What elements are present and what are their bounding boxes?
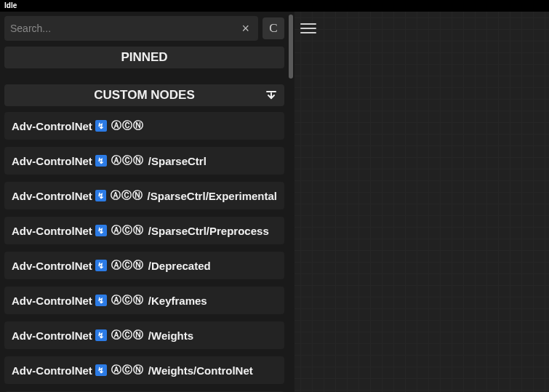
acn-tag: ⒶⒸⓃ xyxy=(111,364,144,377)
node-item-prefix: Adv-ControlNet xyxy=(12,260,92,272)
window-title: Idle xyxy=(4,1,17,9)
runner-icon: ↯ xyxy=(95,190,106,201)
search-box[interactable]: × xyxy=(4,16,258,41)
acn-tag: ⒶⒸⓃ xyxy=(111,189,143,202)
node-item[interactable]: Adv-ControlNet ↯ ⒶⒸⓃ/Weights xyxy=(4,321,284,349)
node-item-suffix: /Weights/ControlNet xyxy=(148,364,253,377)
node-item[interactable]: Adv-ControlNet ↯ ⒶⒸⓃ/Keyframes xyxy=(4,287,284,314)
node-item-prefix: Adv-ControlNet xyxy=(12,364,92,377)
node-item[interactable]: Adv-ControlNet ↯ ⒶⒸⓃ/SparseCtrl xyxy=(4,147,284,175)
node-item-suffix: /SparseCtrl/Preprocess xyxy=(148,225,269,237)
node-item-prefix: Adv-ControlNet xyxy=(12,190,92,202)
hamburger-menu-icon[interactable] xyxy=(300,20,316,36)
c-button-label: C xyxy=(269,21,277,36)
collapse-icon[interactable] xyxy=(265,89,277,101)
node-item-prefix: Adv-ControlNet xyxy=(12,120,92,132)
acn-tag: ⒶⒸⓃ xyxy=(111,329,144,342)
node-item[interactable]: Adv-ControlNet ↯ ⒶⒸⓃ/Deprecated xyxy=(4,252,284,279)
c-button[interactable]: C xyxy=(263,17,284,39)
node-item-suffix: /SparseCtrl xyxy=(148,155,207,167)
canvas[interactable] xyxy=(294,12,549,392)
panel-resize-handle[interactable] xyxy=(287,12,294,392)
node-item-prefix: Adv-ControlNet xyxy=(12,155,92,167)
runner-icon: ↯ xyxy=(95,225,107,236)
custom-nodes-header-label: CUSTOM NODES xyxy=(94,88,195,103)
node-item-prefix: Adv-ControlNet xyxy=(12,329,92,342)
search-input[interactable] xyxy=(10,23,239,34)
acn-tag: ⒶⒸⓃ xyxy=(111,224,144,237)
runner-icon: ↯ xyxy=(95,120,107,132)
node-item[interactable]: Adv-ControlNet ↯ ⒶⒸⓃ/Weights/ControlNet xyxy=(4,356,284,384)
runner-icon: ↯ xyxy=(95,260,107,271)
node-item-suffix: /Weights xyxy=(148,329,193,342)
window-titlebar: Idle xyxy=(0,0,549,12)
node-item[interactable]: Adv-ControlNet ↯ ⒶⒸⓃ/SparseCtrl/Experime… xyxy=(4,182,284,209)
node-item[interactable]: Adv-ControlNet ↯ ⒶⒸⓃ/SparseCtrl/Preproce… xyxy=(4,217,284,244)
node-item-suffix: /Keyframes xyxy=(148,295,207,307)
side-panel: × C PINNED CUSTOM NODES Adv-ControlNet ↯… xyxy=(0,12,287,392)
node-item[interactable]: Adv-ControlNet ↯ ⒶⒸⓃ xyxy=(4,112,284,140)
runner-icon: ↯ xyxy=(95,329,107,341)
acn-tag: ⒶⒸⓃ xyxy=(111,119,144,132)
node-item-prefix: Adv-ControlNet xyxy=(12,225,92,237)
node-item-suffix: /SparseCtrl/Experimental xyxy=(148,190,277,202)
custom-nodes-header[interactable]: CUSTOM NODES xyxy=(4,84,284,106)
pinned-header[interactable]: PINNED xyxy=(4,47,284,68)
acn-tag: ⒶⒸⓃ xyxy=(111,294,144,307)
runner-icon: ↯ xyxy=(95,364,107,376)
clear-search-icon[interactable]: × xyxy=(239,21,252,36)
acn-tag: ⒶⒸⓃ xyxy=(111,259,144,272)
runner-icon: ↯ xyxy=(95,295,107,306)
runner-icon: ↯ xyxy=(95,155,107,167)
acn-tag: ⒶⒸⓃ xyxy=(111,154,144,167)
node-item-prefix: Adv-ControlNet xyxy=(12,295,92,307)
nodes-list[interactable]: Adv-ControlNet ↯ ⒶⒸⓃAdv-ControlNet ↯ ⒶⒸⓃ… xyxy=(4,112,287,392)
node-item-suffix: /Deprecated xyxy=(148,260,211,272)
pinned-header-label: PINNED xyxy=(121,50,167,65)
